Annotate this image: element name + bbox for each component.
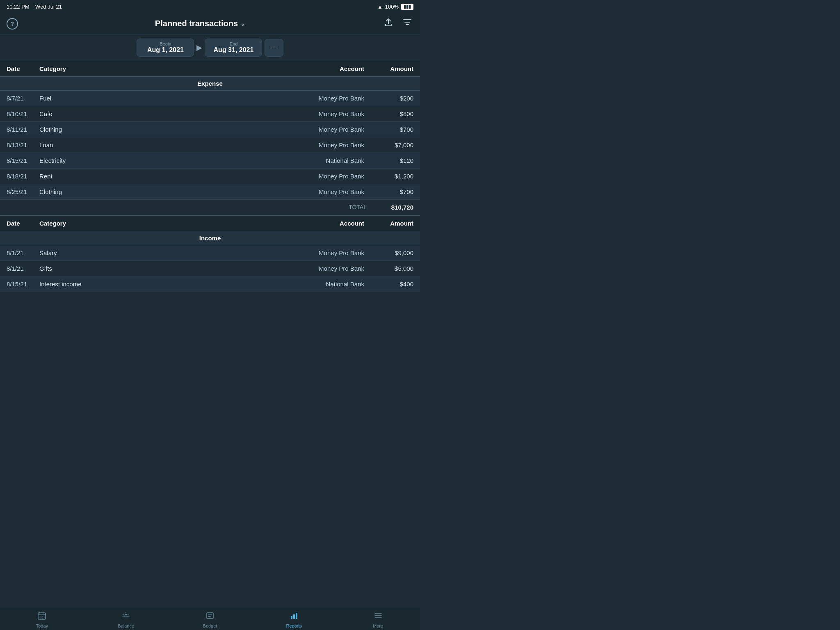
end-value: Aug 31, 2021 [213, 46, 253, 54]
date-arrow-icon: ▶ [196, 43, 202, 52]
expense-row-2-category: Clothing [39, 126, 282, 133]
table-row: 8/15/21 Interest income National Bank $4… [0, 276, 420, 292]
help-button[interactable]: ? [7, 18, 18, 30]
filter-button[interactable] [401, 16, 413, 31]
table-row: 8/18/21 Rent Money Pro Bank $1,200 [0, 169, 420, 184]
status-time: 10:22 PM [7, 4, 30, 10]
table-row: 8/11/21 Clothing Money Pro Bank $700 [0, 122, 420, 137]
table-row: 8/13/21 Loan Money Pro Bank $7,000 [0, 137, 420, 153]
expense-row-3-date: 8/13/21 [7, 142, 39, 148]
expense-row-1-amount: $800 [364, 110, 413, 117]
table-row: 8/25/21 Clothing Money Pro Bank $700 [0, 184, 420, 200]
main-content: Date Category Account Amount Expense 8/7… [0, 61, 420, 296]
expense-row-1-account: Money Pro Bank [282, 110, 364, 117]
expense-row-3-account: Money Pro Bank [282, 142, 364, 148]
expense-col-category: Category [39, 65, 282, 72]
income-col-date: Date [7, 220, 39, 227]
expense-row-1-date: 8/10/21 [7, 110, 39, 117]
nav-bar: ? Planned transactions ⌄ [0, 13, 420, 34]
expense-row-3-category: Loan [39, 142, 282, 148]
share-icon [384, 18, 393, 27]
battery-pct: 100% [385, 4, 399, 10]
expense-row-5-category: Rent [39, 173, 282, 180]
nav-right [382, 16, 413, 31]
income-section-header: Income [0, 231, 420, 245]
income-col-category: Category [39, 220, 282, 227]
expense-row-0-amount: $200 [364, 95, 413, 102]
status-time-date: 10:22 PM Wed Jul 21 [7, 4, 62, 10]
expense-row-2-amount: $700 [364, 126, 413, 133]
date-more-button[interactable]: ··· [265, 39, 283, 57]
expense-col-date: Date [7, 65, 39, 72]
page-title: Planned transactions [155, 19, 238, 28]
expense-section-header: Expense [0, 77, 420, 91]
expense-total-row: TOTAL $10,720 [0, 200, 420, 215]
expense-total-label: TOTAL [349, 204, 367, 211]
expense-row-4-amount: $120 [364, 157, 413, 164]
income-row-1-amount: $5,000 [364, 265, 413, 272]
expense-col-amount: Amount [364, 65, 413, 72]
battery-icon: ▮▮▮ [401, 4, 413, 10]
end-date-pill[interactable]: End Aug 31, 2021 [205, 39, 262, 57]
expense-row-6-account: Money Pro Bank [282, 188, 364, 195]
income-row-0-account: Money Pro Bank [282, 249, 364, 256]
share-button[interactable] [382, 16, 395, 31]
table-row: 8/10/21 Cafe Money Pro Bank $800 [0, 106, 420, 122]
income-col-account: Account [282, 220, 364, 227]
begin-date-pill[interactable]: Begin Aug 1, 2021 [137, 39, 194, 57]
status-right: ▲ 100% ▮▮▮ [377, 4, 413, 10]
expense-row-0-account: Money Pro Bank [282, 95, 364, 102]
table-row: 8/15/21 Electricity National Bank $120 [0, 153, 420, 169]
income-row-1-category: Gifts [39, 265, 282, 272]
income-row-2-amount: $400 [364, 281, 413, 288]
expense-row-4-category: Electricity [39, 157, 282, 164]
table-row: 8/20/21 Business income Money Pro Bank $… [0, 292, 420, 296]
expense-row-5-account: Money Pro Bank [282, 173, 364, 180]
expense-col-account: Account [282, 65, 364, 72]
nav-left: ? [7, 18, 18, 30]
income-row-2-account: National Bank [282, 281, 364, 288]
expense-row-2-account: Money Pro Bank [282, 126, 364, 133]
expense-row-0-date: 8/7/21 [7, 95, 39, 102]
expense-row-4-date: 8/15/21 [7, 157, 39, 164]
chevron-down-icon[interactable]: ⌄ [240, 21, 245, 27]
expense-row-6-amount: $700 [364, 188, 413, 195]
income-row-0-date: 8/1/21 [7, 249, 39, 256]
income-table-header: Date Category Account Amount [0, 215, 420, 231]
income-row-2-category: Interest income [39, 281, 282, 288]
begin-value: Aug 1, 2021 [145, 46, 185, 54]
table-row: 8/7/21 Fuel Money Pro Bank $200 [0, 91, 420, 106]
status-date: Wed Jul 21 [35, 4, 62, 10]
table-row: 8/1/21 Salary Money Pro Bank $9,000 [0, 245, 420, 261]
expense-row-6-category: Clothing [39, 188, 282, 195]
income-row-1-date: 8/1/21 [7, 265, 39, 272]
income-row-0-amount: $9,000 [364, 249, 413, 256]
begin-label: Begin [145, 41, 185, 46]
end-label: End [213, 41, 253, 46]
income-row-1-account: Money Pro Bank [282, 265, 364, 272]
income-row-2-date: 8/15/21 [7, 281, 39, 288]
expense-row-5-amount: $1,200 [364, 173, 413, 180]
expense-row-5-date: 8/18/21 [7, 173, 39, 180]
expense-row-4-account: National Bank [282, 157, 364, 164]
nav-title-container: Planned transactions ⌄ [155, 19, 245, 28]
date-range-container: Begin Aug 1, 2021 ▶ End Aug 31, 2021 ··· [137, 39, 283, 57]
wifi-icon: ▲ [377, 4, 383, 10]
expense-row-6-date: 8/25/21 [7, 188, 39, 195]
expense-row-1-category: Cafe [39, 110, 282, 117]
expense-row-0-category: Fuel [39, 95, 282, 102]
income-row-0-category: Salary [39, 249, 282, 256]
filter-icon [403, 18, 412, 27]
expense-row-2-date: 8/11/21 [7, 126, 39, 133]
status-bar: 10:22 PM Wed Jul 21 ▲ 100% ▮▮▮ [0, 0, 420, 13]
date-range-bar: Begin Aug 1, 2021 ▶ End Aug 31, 2021 ··· [0, 34, 420, 61]
table-row: 8/1/21 Gifts Money Pro Bank $5,000 [0, 261, 420, 276]
expense-total-value: $10,720 [377, 204, 413, 211]
income-col-amount: Amount [364, 220, 413, 227]
expense-table-header: Date Category Account Amount [0, 61, 420, 77]
expense-row-3-amount: $7,000 [364, 142, 413, 148]
